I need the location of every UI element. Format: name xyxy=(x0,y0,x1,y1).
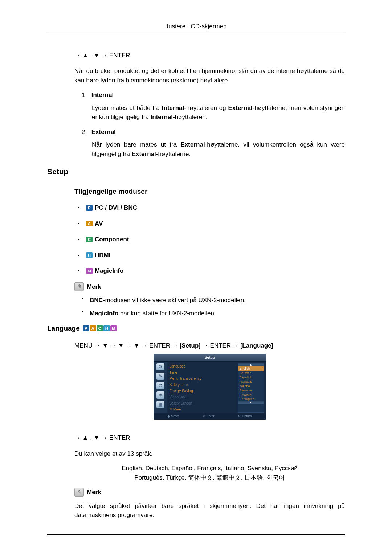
list-number: 1. xyxy=(82,90,90,100)
footer-rule xyxy=(47,534,345,535)
osd-screenshot: Setup ⚙ ✎ ⏱ ✶ ▦ Language Time Menu Trans… xyxy=(154,354,266,420)
osd-footer-move: ◆ Move xyxy=(167,414,179,419)
h-icon: H xyxy=(103,325,110,331)
mode-pc: • P PC / DVI / BNC xyxy=(78,203,345,213)
mode-icon-row: P A C H M xyxy=(83,325,117,331)
merk-note-heading: ✎ Merk xyxy=(74,282,345,292)
submenu-arrow-down-icon: ▼ xyxy=(238,401,264,404)
language-list-line-1: English, Deutsch, Español, Français, Ita… xyxy=(74,464,345,473)
osd-lang-option: English xyxy=(238,366,264,371)
bullet-icon: • xyxy=(78,221,86,226)
osd-side-icon: ⏱ xyxy=(156,382,164,389)
osd-lang-option: Svenska xyxy=(238,388,264,393)
bullet-icon: • xyxy=(78,268,86,274)
submenu-arrow-up-icon: ▲ xyxy=(238,364,264,366)
note-icon: ✎ xyxy=(74,282,84,291)
p-icon: P xyxy=(86,205,93,211)
osd-lang-option: Português xyxy=(238,397,264,401)
osd-footer: ◆ Move ⏎ Enter ↺ Return xyxy=(154,413,266,420)
osd-menu-safety-screen: Safety Screen xyxy=(170,400,236,406)
menu-path: MENU → ▼ → ▼ → ▼ → ENTER → [Setup] → ENT… xyxy=(74,341,345,350)
osd-lang-option: Русский xyxy=(238,393,264,397)
bullet-icon: • xyxy=(78,253,86,258)
mode-label: MagicInfo xyxy=(95,266,123,276)
a-icon: A xyxy=(86,221,93,226)
mode-hdmi: • H HDMI xyxy=(78,251,345,260)
mode-av: • A AV xyxy=(78,219,345,229)
choose-language-text: Du kan velge et av 13 språk. xyxy=(74,449,345,459)
osd-side-icon: ⚙ xyxy=(156,363,164,370)
osd-menu-safety-lock: Safety Lock xyxy=(170,382,236,388)
osd-lang-option: Italiano xyxy=(238,384,264,388)
osd-side-icon: ✎ xyxy=(156,373,164,380)
mode-label: AV xyxy=(95,219,103,229)
mode-label: PC / DVI / BNC xyxy=(95,203,137,213)
osd-footer-enter: ⏎ Enter xyxy=(203,414,214,419)
a-icon: A xyxy=(90,325,96,331)
bullet-icon: • xyxy=(82,309,90,318)
osd-footer-return: ↺ Return xyxy=(238,414,252,419)
c-icon: C xyxy=(86,237,93,242)
osd-side-icon: ✶ xyxy=(156,391,164,399)
note-bnc: • BNC-modusen vil ikke være aktivert på … xyxy=(82,296,345,305)
language-list-line-2: Português, Türkçe, 简体中文, 繁體中文, 日本語, 한국어 xyxy=(74,473,345,483)
list-title-internal: Internal xyxy=(91,91,114,98)
osd-language-submenu: ▲ English Deutsch Español Français Itali… xyxy=(238,363,264,413)
list-item-internal: 1. Internal Lyden mates ut både fra Inte… xyxy=(82,90,345,122)
nav-sequence-2: → ▲ , ▼ → ENTER xyxy=(74,433,345,443)
bullet-icon: • xyxy=(78,237,86,242)
merk2-body: Det valgte språket påvirker bare språket… xyxy=(74,501,345,520)
language-heading: Language P A C H M xyxy=(47,323,345,334)
merk-label: Merk xyxy=(87,488,101,497)
osd-lang-option: Deutsch xyxy=(238,371,264,375)
p-icon: P xyxy=(83,325,89,331)
modes-heading: Tilgjengelige moduser xyxy=(74,186,345,197)
mode-label: Component xyxy=(95,235,129,244)
h-icon: H xyxy=(86,252,93,258)
list-title-external: External xyxy=(91,128,116,135)
osd-lang-option: Español xyxy=(238,375,264,379)
page-header: Justere LCD-skjermen xyxy=(47,22,345,34)
osd-lang-option: Français xyxy=(238,379,264,384)
mode-magicinfo: • M MagicInfo xyxy=(78,266,345,276)
osd-menu-video-wall: Video Wall xyxy=(170,394,236,400)
nav-sequence-1: → ▲ , ▼ → ENTER xyxy=(74,51,345,60)
osd-side-icon: ▦ xyxy=(156,401,164,408)
bullet-icon: • xyxy=(82,296,90,305)
mode-label: HDMI xyxy=(95,251,110,260)
bullet-icon: • xyxy=(78,205,86,210)
note-icon: ✎ xyxy=(74,488,84,497)
osd-sidebar: ⚙ ✎ ⏱ ✶ ▦ xyxy=(154,362,167,414)
osd-menu-transparency: Menu Transparency xyxy=(170,376,236,382)
m-icon: M xyxy=(110,325,117,331)
osd-more: ▼ More xyxy=(170,406,236,413)
setup-heading: Setup xyxy=(47,166,345,177)
osd-main-menu: Language Time Menu Transparency Safety L… xyxy=(167,362,266,414)
language-list: English, Deutsch, Español, Français, Ita… xyxy=(74,464,345,482)
intro-paragraph: Når du bruker produktet og det er koblet… xyxy=(74,66,345,85)
list-body-internal: Lyden mates ut både fra Internal-høyttal… xyxy=(82,103,345,122)
list-body-external: Når lyden bare mates ut fra External-høy… xyxy=(82,140,345,159)
osd-menu-energy: Energy Saving xyxy=(170,388,236,394)
merk-label: Merk xyxy=(87,282,101,292)
m-icon: M xyxy=(86,268,93,274)
note-magicinfo: • MagicInfo har kun støtte for UXN-2-mod… xyxy=(82,309,345,318)
osd-menu-language: Language xyxy=(170,363,236,369)
osd-menu-time: Time xyxy=(170,369,236,376)
mode-component: • C Component xyxy=(78,235,345,244)
list-number: 2. xyxy=(82,127,90,137)
merk-note-heading-2: ✎ Merk xyxy=(74,488,345,497)
list-item-external: 2. External Når lyden bare mates ut fra … xyxy=(82,127,345,159)
c-icon: C xyxy=(97,325,103,331)
osd-title: Setup xyxy=(154,354,266,362)
